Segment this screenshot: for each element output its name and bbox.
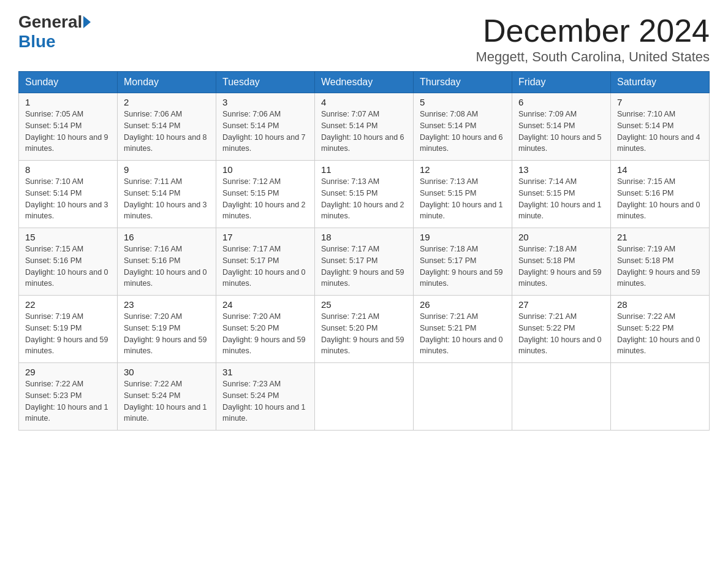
calendar-week-row: 15 Sunrise: 7:15 AMSunset: 5:16 PMDaylig…: [19, 228, 710, 296]
day-info: Sunrise: 7:16 AMSunset: 5:16 PMDaylight:…: [124, 245, 207, 288]
calendar-cell: [315, 363, 414, 431]
day-info: Sunrise: 7:23 AMSunset: 5:24 PMDaylight:…: [222, 380, 306, 423]
calendar-cell: 20 Sunrise: 7:18 AMSunset: 5:18 PMDaylig…: [512, 228, 611, 296]
day-number: 12: [420, 164, 506, 175]
calendar-cell: [414, 363, 512, 431]
day-number: 8: [25, 164, 111, 175]
calendar-cell: 1 Sunrise: 7:05 AMSunset: 5:14 PMDayligh…: [19, 93, 118, 161]
day-number: 9: [124, 164, 210, 175]
calendar-week-row: 22 Sunrise: 7:19 AMSunset: 5:19 PMDaylig…: [19, 296, 710, 363]
calendar-cell: 27 Sunrise: 7:21 AMSunset: 5:22 PMDaylig…: [512, 296, 611, 363]
day-info: Sunrise: 7:21 AMSunset: 5:22 PMDaylight:…: [518, 312, 602, 355]
day-number: 18: [321, 232, 407, 242]
day-info: Sunrise: 7:14 AMSunset: 5:15 PMDaylight:…: [518, 177, 602, 220]
header-wednesday: Wednesday: [315, 72, 414, 93]
calendar-cell: 30 Sunrise: 7:22 AMSunset: 5:24 PMDaylig…: [118, 363, 216, 431]
day-info: Sunrise: 7:15 AMSunset: 5:16 PMDaylight:…: [25, 245, 108, 288]
day-info: Sunrise: 7:13 AMSunset: 5:15 PMDaylight:…: [420, 177, 503, 220]
day-info: Sunrise: 7:19 AMSunset: 5:18 PMDaylight:…: [617, 245, 700, 288]
calendar-week-row: 8 Sunrise: 7:10 AMSunset: 5:14 PMDayligh…: [19, 161, 710, 228]
calendar-cell: 28 Sunrise: 7:22 AMSunset: 5:22 PMDaylig…: [611, 296, 710, 363]
day-number: 15: [25, 232, 111, 242]
calendar-cell: 18 Sunrise: 7:17 AMSunset: 5:17 PMDaylig…: [315, 228, 414, 296]
day-number: 13: [518, 164, 604, 175]
calendar-cell: 24 Sunrise: 7:20 AMSunset: 5:20 PMDaylig…: [216, 296, 315, 363]
calendar-cell: 15 Sunrise: 7:15 AMSunset: 5:16 PMDaylig…: [19, 228, 118, 296]
calendar-cell: 31 Sunrise: 7:23 AMSunset: 5:24 PMDaylig…: [216, 363, 315, 431]
day-number: 30: [124, 367, 210, 377]
day-number: 7: [617, 97, 703, 107]
calendar-cell: 7 Sunrise: 7:10 AMSunset: 5:14 PMDayligh…: [611, 93, 710, 161]
day-number: 6: [518, 97, 604, 107]
logo-general-text: General: [18, 12, 82, 32]
day-info: Sunrise: 7:12 AMSunset: 5:15 PMDaylight:…: [222, 177, 306, 220]
calendar-cell: 19 Sunrise: 7:18 AMSunset: 5:17 PMDaylig…: [414, 228, 512, 296]
calendar-table: SundayMondayTuesdayWednesdayThursdayFrid…: [18, 71, 710, 431]
day-info: Sunrise: 7:22 AMSunset: 5:24 PMDaylight:…: [124, 380, 207, 423]
day-number: 19: [420, 232, 506, 242]
day-number: 1: [25, 97, 111, 107]
calendar-week-row: 29 Sunrise: 7:22 AMSunset: 5:23 PMDaylig…: [19, 363, 710, 431]
day-info: Sunrise: 7:19 AMSunset: 5:19 PMDaylight:…: [25, 312, 108, 355]
day-info: Sunrise: 7:22 AMSunset: 5:22 PMDaylight:…: [617, 312, 700, 355]
day-info: Sunrise: 7:18 AMSunset: 5:17 PMDaylight:…: [420, 245, 503, 288]
day-info: Sunrise: 7:09 AMSunset: 5:14 PMDaylight:…: [518, 110, 602, 153]
calendar-cell: 3 Sunrise: 7:06 AMSunset: 5:14 PMDayligh…: [216, 93, 315, 161]
day-number: 28: [617, 299, 703, 310]
day-info: Sunrise: 7:21 AMSunset: 5:21 PMDaylight:…: [420, 312, 503, 355]
day-number: 27: [518, 299, 604, 310]
day-info: Sunrise: 7:10 AMSunset: 5:14 PMDaylight:…: [25, 177, 108, 220]
day-info: Sunrise: 7:20 AMSunset: 5:20 PMDaylight:…: [222, 312, 306, 355]
calendar-cell: 29 Sunrise: 7:22 AMSunset: 5:23 PMDaylig…: [19, 363, 118, 431]
day-info: Sunrise: 7:06 AMSunset: 5:14 PMDaylight:…: [222, 110, 306, 153]
calendar-cell: 12 Sunrise: 7:13 AMSunset: 5:15 PMDaylig…: [414, 161, 512, 228]
day-number: 26: [420, 299, 506, 310]
day-number: 23: [124, 299, 210, 310]
day-info: Sunrise: 7:20 AMSunset: 5:19 PMDaylight:…: [124, 312, 207, 355]
day-number: 17: [222, 232, 308, 242]
calendar-cell: 4 Sunrise: 7:07 AMSunset: 5:14 PMDayligh…: [315, 93, 414, 161]
location-title: Meggett, South Carolina, United States: [476, 49, 710, 65]
logo: General Blue: [18, 12, 92, 52]
calendar-cell: 22 Sunrise: 7:19 AMSunset: 5:19 PMDaylig…: [19, 296, 118, 363]
day-info: Sunrise: 7:11 AMSunset: 5:14 PMDaylight:…: [124, 177, 207, 220]
day-number: 16: [124, 232, 210, 242]
day-number: 21: [617, 232, 703, 242]
calendar-cell: 11 Sunrise: 7:13 AMSunset: 5:15 PMDaylig…: [315, 161, 414, 228]
day-number: 11: [321, 164, 407, 175]
header-monday: Monday: [118, 72, 216, 93]
day-info: Sunrise: 7:06 AMSunset: 5:14 PMDaylight:…: [124, 110, 207, 153]
day-info: Sunrise: 7:17 AMSunset: 5:17 PMDaylight:…: [321, 245, 404, 288]
calendar-header-row: SundayMondayTuesdayWednesdayThursdayFrid…: [19, 72, 710, 93]
calendar-cell: [611, 363, 710, 431]
day-number: 4: [321, 97, 407, 107]
calendar-cell: 5 Sunrise: 7:08 AMSunset: 5:14 PMDayligh…: [414, 93, 512, 161]
day-info: Sunrise: 7:17 AMSunset: 5:17 PMDaylight:…: [222, 245, 306, 288]
day-info: Sunrise: 7:15 AMSunset: 5:16 PMDaylight:…: [617, 177, 700, 220]
calendar-cell: 23 Sunrise: 7:20 AMSunset: 5:19 PMDaylig…: [118, 296, 216, 363]
day-info: Sunrise: 7:18 AMSunset: 5:18 PMDaylight:…: [518, 245, 602, 288]
day-info: Sunrise: 7:13 AMSunset: 5:15 PMDaylight:…: [321, 177, 404, 220]
calendar-cell: 6 Sunrise: 7:09 AMSunset: 5:14 PMDayligh…: [512, 93, 611, 161]
day-number: 2: [124, 97, 210, 107]
day-number: 20: [518, 232, 604, 242]
month-title: December 2024: [476, 12, 710, 49]
day-number: 24: [222, 299, 308, 310]
day-number: 14: [617, 164, 703, 175]
day-number: 29: [25, 367, 111, 377]
calendar-cell: 21 Sunrise: 7:19 AMSunset: 5:18 PMDaylig…: [611, 228, 710, 296]
header-sunday: Sunday: [19, 72, 118, 93]
title-section: December 2024 Meggett, South Carolina, U…: [476, 12, 710, 65]
calendar-cell: 2 Sunrise: 7:06 AMSunset: 5:14 PMDayligh…: [118, 93, 216, 161]
calendar-cell: [512, 363, 611, 431]
calendar-cell: 10 Sunrise: 7:12 AMSunset: 5:15 PMDaylig…: [216, 161, 315, 228]
day-info: Sunrise: 7:07 AMSunset: 5:14 PMDaylight:…: [321, 110, 404, 153]
calendar-cell: 26 Sunrise: 7:21 AMSunset: 5:21 PMDaylig…: [414, 296, 512, 363]
header-saturday: Saturday: [611, 72, 710, 93]
day-number: 31: [222, 367, 308, 377]
day-number: 22: [25, 299, 111, 310]
calendar-cell: 16 Sunrise: 7:16 AMSunset: 5:16 PMDaylig…: [118, 228, 216, 296]
calendar-week-row: 1 Sunrise: 7:05 AMSunset: 5:14 PMDayligh…: [19, 93, 710, 161]
day-number: 5: [420, 97, 506, 107]
calendar-cell: 8 Sunrise: 7:10 AMSunset: 5:14 PMDayligh…: [19, 161, 118, 228]
